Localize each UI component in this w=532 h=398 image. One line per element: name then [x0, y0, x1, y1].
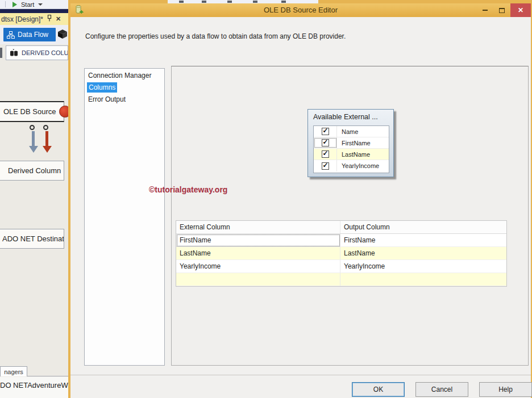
connection-manager-item[interactable]: DO NETAdventureW [0, 381, 68, 389]
derived-column-box[interactable]: Derived Column [0, 161, 64, 181]
mapping-row: FirstName FirstName [176, 234, 506, 247]
nav-item-error-output[interactable]: Error Output [88, 94, 164, 104]
available-external-columns-list: Name FirstName LastName YearlyIncom [313, 125, 389, 173]
nav-item-connection-manager[interactable]: Connection Manager [88, 70, 164, 81]
path-stem [45, 131, 48, 146]
ole-db-source-editor-dialog: OLE DB Source Editor ✕ Configure the pro… [68, 3, 532, 398]
path-arrowhead-icon [29, 146, 38, 153]
toolbar-separator [5, 1, 6, 7]
start-play-icon [13, 2, 17, 7]
available-external-columns-title: Available External ... [313, 113, 378, 121]
output-column-cell[interactable] [340, 273, 506, 286]
available-column-row[interactable]: LastName [314, 149, 389, 160]
start-dropdown-icon[interactable] [38, 3, 43, 6]
column-mapping-table: External Column Output Column FirstName … [176, 220, 507, 287]
yearlyincome-checkbox[interactable] [322, 162, 329, 170]
connection-managers-tab[interactable]: nagers [0, 366, 27, 376]
data-flow-label: Data Flow [18, 31, 48, 39]
external-column-cell[interactable]: LastName [176, 247, 340, 260]
external-column-cell[interactable]: FirstName [176, 234, 340, 247]
dialog-content: Configure the properties used by a data … [70, 17, 531, 398]
dialog-description: Configure the properties used by a data … [85, 32, 346, 40]
path-arrowhead-icon [43, 146, 52, 153]
available-column-row[interactable]: FirstName [314, 137, 389, 149]
mapping-row-empty [176, 273, 506, 286]
external-column-cell[interactable] [176, 273, 340, 286]
ok-button[interactable]: OK [352, 382, 405, 397]
dialog-title: OLE DB Source Editor [70, 6, 531, 14]
watermark-text: ©tutorialgateway.org [149, 185, 227, 194]
column-name: LastName [337, 151, 370, 158]
derived-column-header-bar[interactable]: DERIVED COLU [6, 45, 68, 60]
package-icon[interactable] [57, 29, 68, 41]
derived-column-label: Derived Column [8, 166, 61, 175]
document-tab[interactable]: dtsx [Design]* ✕ [0, 13, 68, 25]
select-all-checkbox[interactable] [322, 128, 329, 135]
ole-db-source-box[interactable]: OLE DB Source [0, 101, 64, 122]
minimize-button[interactable] [476, 3, 493, 17]
vs-main-toolbar: Start [0, 0, 68, 9]
screen: Start dtsx [Design]* ✕ Data Flow DERIVED… [0, 0, 532, 398]
firstname-checkbox[interactable] [322, 139, 329, 146]
ado-net-destination-label: ADO NET Destinati [2, 234, 64, 243]
output-column-cell[interactable]: YearlyIncome [340, 260, 506, 273]
data-flow-icon [7, 31, 15, 39]
checkbox-cell[interactable] [314, 160, 337, 171]
ole-db-source-label: OLE DB Source [3, 107, 56, 116]
tab-data-flow[interactable]: Data Flow [3, 28, 56, 41]
mapping-table-header: External Column Output Column [176, 221, 506, 234]
help-button[interactable]: Help [479, 382, 532, 397]
output-column-cell[interactable]: LastName [340, 247, 506, 260]
output-column-cell[interactable]: FirstName [340, 234, 506, 247]
connection-managers-pane-header: nagers [0, 366, 68, 376]
close-button[interactable]: ✕ [510, 3, 531, 17]
columns-page-panel: Available External ... Name FirstName [171, 66, 529, 366]
maximize-button[interactable] [493, 3, 510, 17]
derived-column-icon [9, 49, 18, 57]
checkbox-cell[interactable] [314, 149, 337, 160]
document-tab-label: dtsx [Design]* [1, 15, 43, 23]
mapping-row: YearlyIncome YearlyIncome [176, 260, 506, 273]
mapping-row: LastName LastName [176, 247, 506, 260]
dialog-nav-list: Connection Manager Columns Error Output [84, 68, 165, 366]
available-columns-header-row: Name [314, 126, 389, 137]
dialog-titlebar[interactable]: OLE DB Source Editor ✕ [70, 3, 531, 17]
available-column-row[interactable]: YearlyIncome [314, 160, 389, 171]
select-all-cell[interactable] [314, 126, 337, 137]
tab-well-strip [0, 9, 68, 13]
checkbox-cell[interactable] [314, 137, 337, 148]
footer-divider [70, 375, 531, 375]
derived-column-header-label: DERIVED COLU [22, 49, 68, 56]
tab-close-icon[interactable]: ✕ [56, 15, 61, 23]
output-column-header[interactable]: Output Column [340, 221, 506, 233]
designer-breadcrumb-bar: Data Flow [0, 25, 68, 44]
external-column-cell[interactable]: YearlyIncome [176, 260, 340, 273]
cancel-button[interactable]: Cancel [415, 382, 468, 397]
available-external-columns-box: Available External ... Name FirstName [307, 109, 394, 177]
nav-item-columns[interactable]: Columns [87, 82, 117, 93]
name-column-header: Name [337, 128, 358, 135]
column-name: FirstName [337, 140, 371, 146]
column-name: YearlyIncome [337, 162, 379, 169]
start-button[interactable]: Start [21, 1, 34, 8]
lastname-checkbox[interactable] [322, 150, 329, 158]
ado-net-destination-box[interactable]: ADO NET Destinati [0, 229, 64, 249]
external-column-header[interactable]: External Column [176, 221, 340, 233]
path-connector-icon [43, 125, 48, 130]
pin-icon[interactable] [47, 15, 52, 23]
connection-managers-pane: DO NETAdventureW [0, 377, 68, 398]
path-stem [32, 131, 35, 146]
cropped-ui-sliver [0, 48, 2, 58]
path-connector-icon [30, 125, 35, 130]
